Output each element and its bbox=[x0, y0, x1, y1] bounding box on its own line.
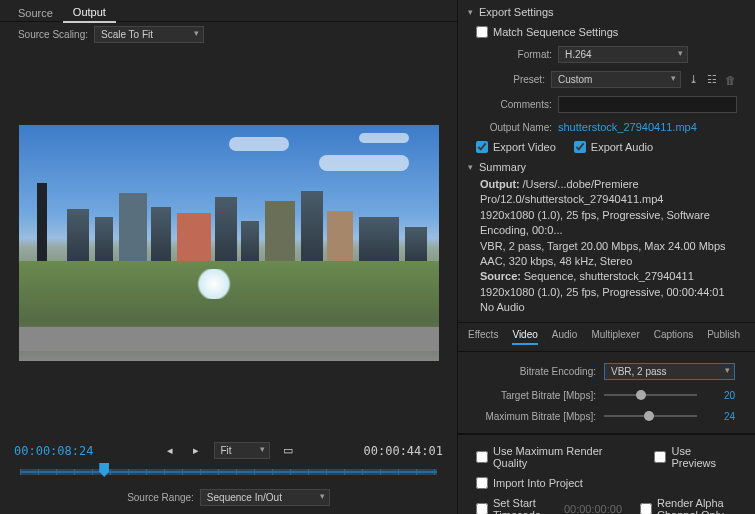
set-start-timecode-checkbox[interactable] bbox=[476, 503, 488, 514]
crop-icon[interactable]: ▭ bbox=[280, 444, 296, 458]
tab-multiplexer[interactable]: Multiplexer bbox=[591, 329, 639, 345]
use-previews-checkbox[interactable] bbox=[654, 451, 666, 463]
tab-captions[interactable]: Captions bbox=[654, 329, 693, 345]
render-alpha-checkbox[interactable] bbox=[640, 503, 652, 514]
source-scaling-select[interactable]: Scale To Fit bbox=[94, 26, 204, 43]
format-select[interactable]: H.264 bbox=[558, 46, 688, 63]
preset-select[interactable]: Custom bbox=[551, 71, 681, 88]
match-sequence-checkbox[interactable] bbox=[476, 26, 488, 38]
step-back-icon[interactable]: ◂ bbox=[162, 444, 178, 458]
export-video-label: Export Video bbox=[493, 141, 556, 153]
set-start-timecode-label: Set Start Timecode bbox=[493, 497, 546, 514]
use-max-render-label: Use Maximum Render Quality bbox=[493, 445, 636, 469]
comments-label: Comments: bbox=[476, 99, 552, 110]
bitrate-encoding-label: Bitrate Encoding: bbox=[478, 366, 596, 377]
tab-publish[interactable]: Publish bbox=[707, 329, 740, 345]
save-preset-icon[interactable]: ⤓ bbox=[687, 74, 700, 86]
summary-title: Summary bbox=[479, 161, 526, 173]
target-bitrate-slider[interactable] bbox=[604, 394, 697, 396]
export-audio-label: Export Audio bbox=[591, 141, 653, 153]
use-previews-label: Use Previews bbox=[671, 445, 737, 469]
play-icon[interactable]: ▸ bbox=[188, 444, 204, 458]
chevron-down-icon[interactable]: ▾ bbox=[468, 7, 473, 17]
video-preview[interactable] bbox=[19, 125, 439, 361]
tab-audio[interactable]: Audio bbox=[552, 329, 578, 345]
export-audio-checkbox[interactable] bbox=[574, 141, 586, 153]
summary-source-label: Source: bbox=[480, 270, 521, 282]
summary-output-label: Output: bbox=[480, 178, 520, 190]
summary-output-text: /Users/...dobe/Premiere Pro/12.0/shutter… bbox=[480, 178, 726, 267]
import-into-project-label: Import Into Project bbox=[493, 477, 583, 489]
max-bitrate-label: Maximum Bitrate [Mbps]: bbox=[478, 411, 596, 422]
source-range-select[interactable]: Sequence In/Out bbox=[200, 489, 330, 506]
duration-timecode: 00:00:44:01 bbox=[364, 444, 443, 458]
comments-input[interactable] bbox=[558, 96, 737, 113]
tab-output[interactable]: Output bbox=[63, 3, 116, 23]
import-preset-icon[interactable]: ☷ bbox=[706, 74, 719, 86]
set-start-timecode-value: 00:00:00:00 bbox=[564, 503, 622, 514]
output-name-link[interactable]: shutterstock_27940411.mp4 bbox=[558, 121, 697, 133]
target-bitrate-label: Target Bitrate [Mbps]: bbox=[478, 390, 596, 401]
tab-video[interactable]: Video bbox=[512, 329, 537, 345]
tab-effects[interactable]: Effects bbox=[468, 329, 498, 345]
export-video-checkbox[interactable] bbox=[476, 141, 488, 153]
export-settings-title: Export Settings bbox=[479, 6, 554, 18]
render-alpha-label: Render Alpha Channel Only bbox=[657, 497, 737, 514]
import-into-project-checkbox[interactable] bbox=[476, 477, 488, 489]
target-bitrate-value[interactable]: 20 bbox=[705, 390, 735, 401]
timeline-scrubber[interactable] bbox=[20, 463, 437, 481]
preset-label: Preset: bbox=[476, 74, 545, 85]
match-sequence-label: Match Sequence Settings bbox=[493, 26, 618, 38]
format-label: Format: bbox=[476, 49, 552, 60]
output-name-label: Output Name: bbox=[476, 122, 552, 133]
source-range-label: Source Range: bbox=[127, 492, 194, 503]
bitrate-encoding-select[interactable]: VBR, 2 pass bbox=[604, 363, 735, 380]
chevron-down-icon[interactable]: ▾ bbox=[468, 162, 473, 172]
current-timecode[interactable]: 00:00:08:24 bbox=[14, 444, 93, 458]
zoom-fit-select[interactable]: Fit bbox=[214, 442, 270, 459]
tab-source[interactable]: Source bbox=[8, 4, 63, 22]
source-scaling-label: Source Scaling: bbox=[8, 29, 88, 40]
use-max-render-checkbox[interactable] bbox=[476, 451, 488, 463]
delete-preset-icon: 🗑 bbox=[724, 74, 737, 86]
max-bitrate-value[interactable]: 24 bbox=[705, 411, 735, 422]
max-bitrate-slider[interactable] bbox=[604, 415, 697, 417]
